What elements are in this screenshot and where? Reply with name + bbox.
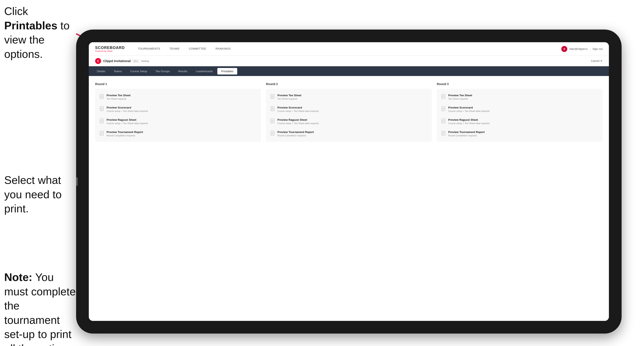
svg-rect-44	[442, 119, 445, 123]
r2-scorecard-sub: Course setup + Tee Sheet data required	[278, 110, 318, 112]
separator: |	[590, 47, 590, 50]
r3-tournament-report-text: Preview Tournament Report Round Completi…	[448, 131, 484, 137]
annotation-bottom: Note: You must complete the tournament s…	[4, 270, 76, 346]
doc-icon	[100, 106, 104, 112]
round-2-title: Round 2	[266, 82, 432, 86]
hosting-badge: Hosting	[141, 60, 149, 62]
annotation-top: Click Printables to view the options.	[4, 4, 72, 61]
nav-right: B blair@clippd.io | Sign out	[561, 46, 602, 52]
tablet-side-button	[76, 177, 78, 186]
r1-scorecard-text: Preview Scorecard Course setup + Tee She…	[106, 106, 148, 112]
doc-icon	[442, 106, 446, 112]
round-1-section: Round 1	[95, 82, 261, 142]
round-3-title: Round 3	[437, 82, 602, 86]
doc-icon	[270, 94, 275, 100]
r3-raguzzi-title: Preview Raguzzi Sheet	[448, 118, 490, 121]
tournament-badge: Men	[132, 59, 139, 63]
nav-item-teams[interactable]: TEAMS	[165, 42, 184, 56]
round-3-section: Round 3	[437, 82, 602, 142]
r3-tee-sheet-sub: Tee Sheet required	[448, 98, 472, 100]
r1-tee-sheet-sub: Tee Sheet required	[106, 98, 130, 100]
r2-tee-sheet-text: Preview Tee Sheet Tee Sheet required	[278, 94, 301, 100]
tournament-logo: C	[95, 58, 101, 64]
tab-teams[interactable]: Teams	[110, 68, 126, 75]
r2-tournament-report-sub: Round Completion required	[278, 134, 314, 137]
r3-tee-sheet-text: Preview Tee Sheet Tee Sheet required	[448, 94, 472, 100]
r3-tournament-report[interactable]: Preview Tournament Report Round Completi…	[440, 129, 599, 138]
doc-icon	[100, 119, 104, 124]
r1-tournament-report-title: Preview Tournament Report	[106, 131, 143, 134]
doc-icon	[270, 119, 275, 124]
r1-raguzzi-text: Preview Raguzzi Sheet Course setup + Tee…	[106, 118, 148, 125]
r3-tournament-report-sub: Round Completion required	[448, 134, 484, 137]
r1-scorecard-title: Preview Scorecard	[106, 106, 148, 109]
brand-sub: Powered by clippd	[95, 50, 125, 52]
tab-printables[interactable]: Printables	[217, 68, 237, 75]
r2-tee-sheet[interactable]: Preview Tee Sheet Tee Sheet required	[269, 92, 428, 101]
nav-item-tournaments[interactable]: TOURNAMENTS	[133, 42, 165, 56]
r2-scorecard-title: Preview Scorecard	[278, 106, 318, 109]
tab-bar: Details Teams Course Setup Tee Groups Re…	[89, 66, 609, 76]
tab-results[interactable]: Results	[174, 68, 191, 75]
annotation-top-prefix: Click	[4, 5, 28, 17]
nav-item-rankings[interactable]: RANKINGS	[211, 42, 235, 56]
svg-rect-48	[442, 131, 445, 135]
nav-item-committee[interactable]: COMMITTEE	[184, 42, 211, 56]
rounds-grid: Round 1	[95, 82, 602, 142]
doc-icon	[442, 119, 446, 124]
r1-tee-sheet-text: Preview Tee Sheet Tee Sheet required	[106, 94, 130, 100]
top-nav: SCOREBOARD Powered by clippd TOURNAMENTS…	[89, 42, 609, 56]
tab-tee-groups[interactable]: Tee Groups	[152, 68, 174, 75]
r2-scorecard[interactable]: Preview Scorecard Course setup + Tee She…	[269, 105, 428, 114]
sign-out-link[interactable]: Sign out	[592, 47, 602, 50]
doc-icon	[442, 94, 446, 100]
tab-course-setup[interactable]: Course Setup	[126, 68, 151, 75]
cancel-button[interactable]: Cancel ✕	[591, 59, 602, 62]
r1-tournament-report-text: Preview Tournament Report Round Completi…	[106, 131, 143, 137]
doc-icon	[442, 131, 446, 136]
r3-raguzzi-sub: Course setup + Tee Sheet data required	[448, 122, 490, 125]
nav-items: TOURNAMENTS TEAMS COMMITTEE RANKINGS	[133, 42, 561, 56]
round-1-title: Round 1	[95, 82, 261, 86]
svg-rect-28	[271, 119, 274, 123]
r2-tee-sheet-title: Preview Tee Sheet	[278, 94, 301, 97]
r2-tee-sheet-sub: Tee Sheet required	[278, 98, 301, 100]
r1-raguzzi[interactable]: Preview Raguzzi Sheet Course setup + Tee…	[98, 117, 258, 126]
annotation-bottom-bold: Note:	[4, 271, 32, 283]
r3-raguzzi[interactable]: Preview Raguzzi Sheet Course setup + Tee…	[440, 117, 599, 126]
doc-icon	[100, 94, 104, 100]
svg-rect-32	[271, 131, 274, 135]
r2-raguzzi[interactable]: Preview Raguzzi Sheet Course setup + Tee…	[269, 117, 428, 126]
svg-rect-12	[100, 119, 104, 123]
annotation-top-bold: Printables	[4, 19, 57, 32]
doc-icon	[270, 106, 275, 112]
r2-raguzzi-title: Preview Raguzzi Sheet	[278, 118, 318, 121]
svg-rect-36	[442, 94, 445, 99]
r3-scorecard[interactable]: Preview Scorecard Course setup + Tee She…	[440, 105, 599, 114]
svg-rect-8	[100, 107, 104, 111]
svg-rect-40	[442, 107, 445, 111]
round-2-card: Preview Tee Sheet Tee Sheet required	[266, 89, 432, 142]
r2-raguzzi-text: Preview Raguzzi Sheet Course setup + Tee…	[278, 118, 318, 125]
r2-raguzzi-sub: Course setup + Tee Sheet data required	[278, 122, 318, 125]
r1-scorecard-sub: Course setup + Tee Sheet data required	[106, 110, 148, 112]
r3-tournament-report-title: Preview Tournament Report	[448, 131, 484, 134]
svg-rect-16	[100, 131, 104, 135]
r3-scorecard-title: Preview Scorecard	[448, 106, 490, 109]
r1-tee-sheet[interactable]: Preview Tee Sheet Tee Sheet required	[98, 92, 258, 101]
doc-icon	[270, 131, 275, 136]
r1-scorecard[interactable]: Preview Scorecard Course setup + Tee She…	[98, 105, 258, 114]
tab-details[interactable]: Details	[93, 68, 109, 75]
r1-tournament-report[interactable]: Preview Tournament Report Round Completi…	[98, 129, 258, 138]
r1-tee-sheet-title: Preview Tee Sheet	[106, 94, 130, 97]
round-2-section: Round 2	[266, 82, 432, 142]
svg-rect-20	[271, 94, 274, 99]
r2-tournament-report[interactable]: Preview Tournament Report Round Completi…	[269, 129, 428, 138]
tablet-screen: SCOREBOARD Powered by clippd TOURNAMENTS…	[89, 42, 609, 321]
r3-raguzzi-text: Preview Raguzzi Sheet Course setup + Tee…	[448, 118, 490, 125]
tab-leaderboards[interactable]: Leaderboards	[192, 68, 216, 75]
svg-rect-4	[100, 94, 104, 99]
round-1-card: Preview Tee Sheet Tee Sheet required	[95, 89, 261, 142]
r3-tee-sheet[interactable]: Preview Tee Sheet Tee Sheet required	[440, 92, 599, 101]
svg-rect-24	[271, 107, 274, 111]
